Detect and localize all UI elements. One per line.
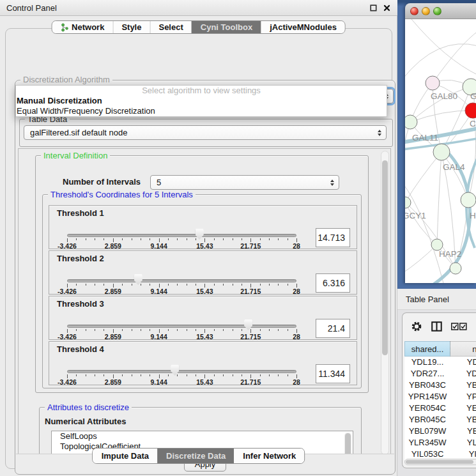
slider-tick [86, 374, 86, 376]
slider-track[interactable] [67, 370, 296, 373]
cell-shared-name[interactable]: YBR045C [404, 414, 450, 426]
dropdown-option-equal-width[interactable]: Equal Width/Frequency Discretization [16, 106, 387, 116]
slider-tick [214, 238, 215, 240]
slider-tick-label: 15.43 [196, 333, 213, 341]
tab-impute-data[interactable]: Impute Data [93, 449, 157, 463]
cell-name[interactable]: YPR1 [450, 391, 476, 403]
network-node[interactable] [465, 103, 476, 118]
slider-tick-label: 21.715 [240, 288, 261, 295]
select-columns-icon[interactable] [451, 323, 467, 330]
tab-cyni-toolbox[interactable]: Cyni Toolbox [192, 21, 261, 33]
network-node[interactable] [433, 144, 450, 160]
table-row[interactable]: YDL19...YDL1 [404, 357, 476, 368]
network-node-label: GCY1 [405, 211, 426, 220]
cell-name[interactable]: YDL1 [450, 357, 476, 368]
interval-definition-section: Interval Definition Number of Intervals … [35, 155, 369, 393]
slider-tick-label: -3.426 [58, 378, 77, 386]
network-node[interactable] [450, 263, 461, 274]
cell-name[interactable]: YLR3 [450, 437, 476, 449]
cell-name[interactable]: YDR2 [450, 368, 476, 380]
slider-thumb[interactable] [196, 229, 204, 240]
slider-tick [104, 329, 104, 331]
table-panel-titlebar: Table Panel [397, 289, 476, 310]
slider-tick [214, 284, 215, 286]
tab-infer-network[interactable]: Infer Network [234, 449, 304, 463]
network-node[interactable] [426, 76, 440, 90]
slider-tick-label: 28 [293, 378, 300, 386]
tab-label: Select [158, 22, 183, 32]
cell-shared-name[interactable]: YDR27... [404, 368, 450, 380]
network-window-titlebar[interactable] [405, 3, 476, 19]
cell-name[interactable]: YBR0 [450, 414, 476, 426]
slider-tick [86, 238, 86, 240]
attribute-list-item[interactable]: SelfLoops [52, 431, 353, 441]
spinner-stepper-icon [330, 180, 339, 186]
tab-discretize-data[interactable]: Discretize Data [157, 449, 234, 463]
table-row[interactable]: YBR043CYBR0 [404, 380, 476, 391]
slider-tick [278, 329, 279, 331]
slider-tick [288, 329, 288, 331]
cell-shared-name[interactable]: YBR043C [404, 380, 450, 391]
slider-tick-label: 28 [293, 288, 300, 295]
tab-style[interactable]: Style [112, 21, 150, 33]
cell-name[interactable]: YBR0 [450, 380, 476, 391]
slider-tick [233, 374, 233, 376]
slider-tick [132, 374, 132, 376]
table-row[interactable]: YPR145WYPR1 [404, 391, 476, 403]
tab-select[interactable]: Select [150, 21, 191, 33]
slider-tick [214, 374, 215, 376]
cell-shared-name[interactable]: YER054C [404, 403, 450, 414]
network-canvas[interactable]: GAL80GACGAL11GAL4GCY1HHAP2 [405, 19, 476, 283]
column-header-shared-name[interactable]: shared... [404, 341, 450, 357]
zoom-traffic-light-icon[interactable] [433, 7, 441, 15]
dropdown-option-manual[interactable]: Manual Discretization [16, 96, 387, 106]
table-row[interactable]: YER054CYER0 [404, 403, 476, 414]
slider-tick [122, 284, 123, 286]
slider-tick [132, 329, 132, 331]
network-node[interactable] [405, 115, 417, 129]
close-traffic-light-icon[interactable] [410, 7, 418, 15]
slider-tick [104, 238, 104, 240]
network-window: GAL80GACGAL11GAL4GCY1HHAP2 [405, 3, 476, 283]
slider-track[interactable] [67, 279, 296, 282]
dropdown-placeholder: Select algorithm to view settings [16, 86, 387, 96]
threshold-value-field[interactable]: 14.713 [316, 228, 350, 247]
network-node[interactable] [461, 192, 476, 208]
table-row[interactable]: YLR345WYLR3 [404, 437, 476, 449]
float-window-icon[interactable] [369, 4, 378, 12]
slider-track[interactable] [67, 325, 296, 328]
threshold-label: Threshold 3 [57, 299, 104, 309]
slider-tick-label: 2.859 [105, 288, 121, 295]
gear-icon[interactable] [411, 321, 422, 332]
cell-name[interactable]: YER0 [450, 403, 476, 414]
table-data-dropdown[interactable]: galFiltered.sif default node [24, 125, 387, 140]
column-header-name[interactable]: na [450, 341, 476, 357]
tab-network[interactable]: Network [52, 21, 112, 33]
threshold-value-field[interactable]: 21.4 [316, 319, 350, 338]
cell-name[interactable]: YBL0 [450, 426, 476, 437]
cell-shared-name[interactable]: YBL079W [404, 426, 450, 437]
number-of-intervals-label: Number of Intervals [63, 177, 141, 187]
slider-tick [150, 238, 150, 240]
slider-tick [104, 284, 104, 286]
slider-tick [278, 374, 279, 376]
threshold-value-field[interactable]: 6.316 [316, 273, 350, 293]
threshold-value-field[interactable]: 11.344 [316, 364, 350, 383]
slider-track[interactable] [67, 234, 296, 237]
settings-vertical-scrollbar[interactable] [381, 151, 389, 455]
threshold-panel-4: Threshold 4-3.4262.8599.14415.4321.71528… [49, 341, 357, 385]
table-row[interactable]: YBR045CYBR0 [404, 414, 476, 426]
tab-jactivemnodules[interactable]: jActiveMNodules [261, 21, 345, 33]
split-panel-icon[interactable] [431, 321, 442, 332]
cell-shared-name[interactable]: YLR345W [404, 437, 450, 449]
table-row[interactable]: YBL079WYBL0 [404, 426, 476, 437]
number-of-intervals-spinner[interactable]: 5 [150, 175, 339, 190]
table-panel-toolbar [403, 318, 476, 335]
table-row[interactable]: YDR27...YDR2 [404, 368, 476, 380]
slider-tick-label: 9.144 [150, 378, 167, 386]
close-icon[interactable] [383, 4, 391, 12]
cell-shared-name[interactable]: YDL19... [404, 357, 450, 368]
minimize-traffic-light-icon[interactable] [422, 7, 430, 15]
table-horizontal-scrollbar[interactable] [404, 459, 476, 465]
cell-shared-name[interactable]: YPR145W [404, 391, 450, 403]
